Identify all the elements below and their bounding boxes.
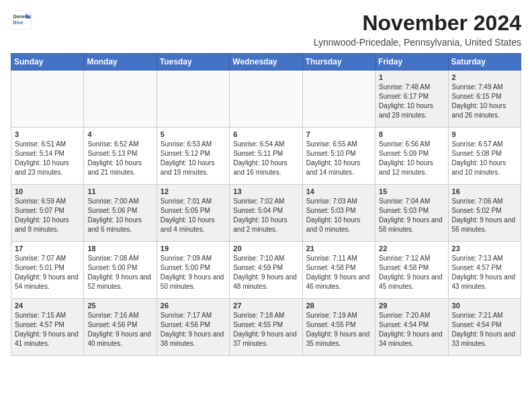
day-info: Sunrise: 7:09 AM Sunset: 5:00 PM Dayligh… — [161, 254, 226, 291]
calendar-cell: 8Sunrise: 6:56 AM Sunset: 5:09 PM Daylig… — [375, 128, 448, 185]
day-info: Sunrise: 7:04 AM Sunset: 5:03 PM Dayligh… — [379, 197, 444, 234]
day-number: 29 — [379, 302, 444, 310]
logo: General Blue — [11, 11, 32, 30]
calendar-cell: 26Sunrise: 7:17 AM Sunset: 4:56 PM Dayli… — [157, 299, 229, 356]
day-number: 14 — [306, 187, 371, 195]
day-info: Sunrise: 6:57 AM Sunset: 5:08 PM Dayligh… — [452, 140, 517, 177]
day-number: 8 — [379, 130, 444, 138]
day-info: Sunrise: 7:49 AM Sunset: 6:15 PM Dayligh… — [452, 83, 517, 120]
calendar-cell: 3Sunrise: 6:51 AM Sunset: 5:14 PM Daylig… — [11, 128, 84, 185]
day-info: Sunrise: 7:16 AM Sunset: 4:56 PM Dayligh… — [87, 311, 152, 349]
calendar-cell: 16Sunrise: 7:06 AM Sunset: 5:02 PM Dayli… — [448, 185, 521, 242]
day-number: 28 — [306, 302, 371, 310]
calendar-header: SundayMondayTuesdayWednesdayThursdayFrid… — [11, 54, 521, 71]
day-info: Sunrise: 7:17 AM Sunset: 4:56 PM Dayligh… — [161, 311, 226, 349]
calendar-cell — [302, 71, 375, 128]
month-title: November 2024 — [314, 11, 521, 36]
day-number: 5 — [161, 130, 226, 138]
day-number: 9 — [452, 130, 517, 138]
day-number: 4 — [87, 130, 152, 138]
day-info: Sunrise: 7:15 AM Sunset: 4:57 PM Dayligh… — [15, 311, 80, 349]
day-number: 2 — [452, 73, 517, 81]
calendar-body: 1Sunrise: 7:48 AM Sunset: 6:17 PM Daylig… — [11, 71, 521, 356]
calendar-cell: 29Sunrise: 7:20 AM Sunset: 4:54 PM Dayli… — [375, 299, 448, 356]
day-header: Wednesday — [230, 54, 302, 71]
day-info: Sunrise: 6:53 AM Sunset: 5:12 PM Dayligh… — [161, 140, 226, 177]
calendar-cell: 12Sunrise: 7:01 AM Sunset: 5:05 PM Dayli… — [157, 185, 229, 242]
day-info: Sunrise: 7:02 AM Sunset: 5:04 PM Dayligh… — [233, 197, 298, 234]
calendar-cell: 24Sunrise: 7:15 AM Sunset: 4:57 PM Dayli… — [11, 299, 84, 356]
day-number: 12 — [161, 187, 226, 195]
day-number: 17 — [15, 244, 80, 253]
day-number: 7 — [306, 130, 371, 138]
calendar-cell: 4Sunrise: 6:52 AM Sunset: 5:13 PM Daylig… — [84, 128, 157, 185]
day-number: 16 — [452, 187, 517, 195]
calendar-week: 3Sunrise: 6:51 AM Sunset: 5:14 PM Daylig… — [11, 128, 521, 185]
calendar-cell: 22Sunrise: 7:12 AM Sunset: 4:58 PM Dayli… — [375, 242, 448, 299]
day-info: Sunrise: 7:08 AM Sunset: 5:00 PM Dayligh… — [87, 254, 152, 291]
calendar-cell: 19Sunrise: 7:09 AM Sunset: 5:00 PM Dayli… — [157, 242, 229, 299]
day-info: Sunrise: 6:51 AM Sunset: 5:14 PM Dayligh… — [15, 140, 80, 177]
day-info: Sunrise: 6:54 AM Sunset: 5:11 PM Dayligh… — [233, 140, 298, 177]
calendar-cell: 1Sunrise: 7:48 AM Sunset: 6:17 PM Daylig… — [375, 71, 448, 128]
day-header: Thursday — [302, 54, 375, 71]
day-info: Sunrise: 7:01 AM Sunset: 5:05 PM Dayligh… — [161, 197, 226, 234]
day-number: 24 — [15, 302, 80, 310]
day-info: Sunrise: 6:59 AM Sunset: 5:07 PM Dayligh… — [15, 197, 80, 234]
logo-icon: General Blue — [11, 11, 32, 30]
calendar-week: 17Sunrise: 7:07 AM Sunset: 5:01 PM Dayli… — [11, 242, 521, 299]
day-number: 6 — [233, 130, 298, 138]
day-info: Sunrise: 7:21 AM Sunset: 4:54 PM Dayligh… — [452, 311, 517, 349]
day-info: Sunrise: 7:03 AM Sunset: 5:03 PM Dayligh… — [306, 197, 371, 234]
calendar: SundayMondayTuesdayWednesdayThursdayFrid… — [11, 53, 521, 356]
calendar-cell: 28Sunrise: 7:19 AM Sunset: 4:55 PM Dayli… — [302, 299, 375, 356]
day-info: Sunrise: 6:52 AM Sunset: 5:13 PM Dayligh… — [87, 140, 152, 177]
svg-text:Blue: Blue — [13, 19, 24, 26]
day-number: 21 — [306, 244, 371, 253]
day-info: Sunrise: 7:00 AM Sunset: 5:06 PM Dayligh… — [87, 197, 152, 234]
location: Lynnwood-Pricedale, Pennsylvania, United… — [314, 37, 521, 48]
day-info: Sunrise: 6:56 AM Sunset: 5:09 PM Dayligh… — [379, 140, 444, 177]
day-number: 23 — [452, 244, 517, 253]
calendar-cell: 14Sunrise: 7:03 AM Sunset: 5:03 PM Dayli… — [302, 185, 375, 242]
day-info: Sunrise: 7:12 AM Sunset: 4:58 PM Dayligh… — [379, 254, 444, 291]
calendar-cell: 6Sunrise: 6:54 AM Sunset: 5:11 PM Daylig… — [230, 128, 302, 185]
calendar-cell: 15Sunrise: 7:04 AM Sunset: 5:03 PM Dayli… — [375, 185, 448, 242]
day-header: Sunday — [11, 54, 84, 71]
calendar-cell — [11, 71, 84, 128]
calendar-cell: 30Sunrise: 7:21 AM Sunset: 4:54 PM Dayli… — [448, 299, 521, 356]
calendar-week: 24Sunrise: 7:15 AM Sunset: 4:57 PM Dayli… — [11, 299, 521, 356]
day-header: Friday — [375, 54, 448, 71]
day-info: Sunrise: 7:10 AM Sunset: 4:59 PM Dayligh… — [233, 254, 298, 291]
day-number: 13 — [233, 187, 298, 195]
day-info: Sunrise: 7:18 AM Sunset: 4:55 PM Dayligh… — [233, 311, 298, 349]
calendar-cell: 10Sunrise: 6:59 AM Sunset: 5:07 PM Dayli… — [11, 185, 84, 242]
calendar-cell: 7Sunrise: 6:55 AM Sunset: 5:10 PM Daylig… — [302, 128, 375, 185]
day-number: 19 — [161, 244, 226, 253]
calendar-cell: 25Sunrise: 7:16 AM Sunset: 4:56 PM Dayli… — [84, 299, 157, 356]
calendar-cell: 9Sunrise: 6:57 AM Sunset: 5:08 PM Daylig… — [448, 128, 521, 185]
day-number: 10 — [15, 187, 80, 195]
calendar-week: 1Sunrise: 7:48 AM Sunset: 6:17 PM Daylig… — [11, 71, 521, 128]
day-header: Tuesday — [157, 54, 229, 71]
day-number: 27 — [233, 302, 298, 310]
calendar-cell — [157, 71, 229, 128]
day-info: Sunrise: 7:11 AM Sunset: 4:58 PM Dayligh… — [306, 254, 371, 291]
day-number: 20 — [233, 244, 298, 253]
calendar-cell — [84, 71, 157, 128]
day-info: Sunrise: 7:20 AM Sunset: 4:54 PM Dayligh… — [379, 311, 444, 349]
day-number: 22 — [379, 244, 444, 253]
day-number: 11 — [87, 187, 152, 195]
day-info: Sunrise: 7:19 AM Sunset: 4:55 PM Dayligh… — [306, 311, 371, 349]
day-info: Sunrise: 7:48 AM Sunset: 6:17 PM Dayligh… — [379, 83, 444, 120]
day-info: Sunrise: 7:06 AM Sunset: 5:02 PM Dayligh… — [452, 197, 517, 234]
calendar-cell: 2Sunrise: 7:49 AM Sunset: 6:15 PM Daylig… — [448, 71, 521, 128]
title-area: November 2024 Lynnwood-Pricedale, Pennsy… — [314, 11, 521, 48]
calendar-cell: 5Sunrise: 6:53 AM Sunset: 5:12 PM Daylig… — [157, 128, 229, 185]
day-number: 3 — [15, 130, 80, 138]
day-number: 18 — [87, 244, 152, 253]
calendar-cell: 21Sunrise: 7:11 AM Sunset: 4:58 PM Dayli… — [302, 242, 375, 299]
calendar-cell — [230, 71, 302, 128]
calendar-cell: 17Sunrise: 7:07 AM Sunset: 5:01 PM Dayli… — [11, 242, 84, 299]
day-number: 15 — [379, 187, 444, 195]
